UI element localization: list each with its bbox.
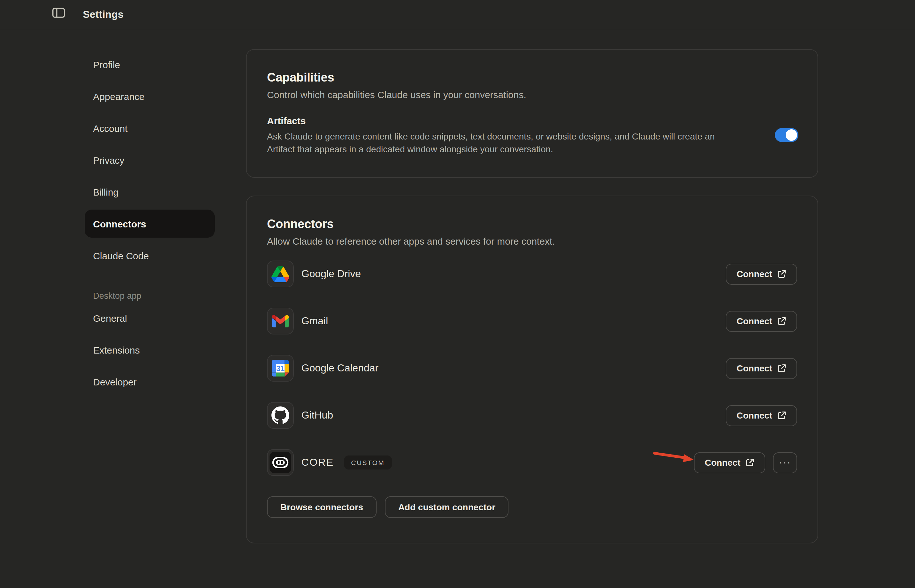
github-icon: [267, 402, 294, 429]
sidebar-item-general[interactable]: General: [85, 304, 215, 332]
sidebar-toggle-button[interactable]: [52, 8, 66, 19]
google-calendar-icon: 31: [267, 355, 294, 381]
custom-badge: CUSTOM: [344, 456, 391, 470]
sidebar-item-extensions[interactable]: Extensions: [85, 336, 215, 364]
more-options-button[interactable]: ···: [773, 452, 797, 473]
external-link-icon: [778, 364, 786, 373]
artifacts-toggle[interactable]: [775, 128, 799, 142]
connector-list: Google DriveConnect GmailConnect 31Googl…: [267, 260, 797, 476]
connector-row-gmail: GmailConnect: [267, 308, 797, 334]
connector-row-github: GitHubConnect: [267, 402, 797, 429]
connect-button-label: Connect: [737, 316, 772, 326]
sidebar-item-privacy[interactable]: Privacy: [85, 146, 215, 174]
connector-name: Gmail: [301, 315, 328, 327]
capabilities-title: Capabilities: [267, 71, 797, 85]
svg-text:31: 31: [276, 364, 285, 373]
annotation-arrow: [653, 451, 695, 464]
connectors-subtitle: Allow Claude to reference other apps and…: [267, 236, 797, 247]
artifacts-setting: Artifacts Ask Claude to generate content…: [267, 115, 797, 155]
connector-row-google-calendar: 31Google CalendarConnect: [267, 355, 797, 381]
connector-name: GitHub: [301, 410, 333, 421]
external-link-icon: [778, 411, 786, 420]
external-link-icon: [745, 458, 755, 467]
core-logo-box: [270, 452, 291, 473]
connector-row-google-drive: Google DriveConnect: [267, 260, 797, 287]
gmail-icon: [267, 308, 294, 334]
connector-row-core: CORECUSTOM Connect ···: [267, 449, 797, 476]
core-icon: [267, 449, 294, 476]
ellipsis-icon: ···: [779, 457, 791, 468]
top-bar: Settings: [0, 0, 915, 29]
sidebar-item-appearance[interactable]: Appearance: [85, 82, 215, 110]
sidebar-section-desktop-app: Desktop app: [85, 287, 215, 304]
connect-button-label: Connect: [737, 269, 772, 279]
settings-sidebar: ProfileAppearanceAccountPrivacyBillingCo…: [85, 50, 215, 399]
add-custom-connector-button[interactable]: Add custom connector: [385, 496, 509, 518]
connect-button-gmail[interactable]: Connect: [726, 310, 797, 331]
artifacts-description: Ask Claude to generate content like code…: [267, 130, 744, 155]
toggle-knob: [786, 129, 797, 141]
connector-footer-buttons: Browse connectorsAdd custom connector: [267, 496, 797, 518]
sidebar-item-claude-code[interactable]: Claude Code: [85, 241, 215, 270]
external-link-icon: [778, 270, 786, 278]
connector-name: Google Calendar: [301, 362, 378, 374]
sidebar-item-profile[interactable]: Profile: [85, 50, 215, 78]
connectors-card: Connectors Allow Claude to reference oth…: [246, 195, 818, 543]
artifacts-label: Artifacts: [267, 115, 753, 126]
sidebar-item-developer[interactable]: Developer: [85, 368, 215, 396]
connect-button-google-calendar[interactable]: Connect: [726, 358, 797, 379]
connectors-title: Connectors: [267, 217, 797, 231]
sidebar-item-connectors[interactable]: Connectors: [85, 210, 215, 237]
sidebar-item-account[interactable]: Account: [85, 114, 215, 142]
external-link-icon: [778, 317, 786, 326]
connector-name: Google Drive: [301, 268, 361, 279]
google-drive-icon: [267, 260, 294, 287]
settings-page: Settings ProfileAppearanceAccountPrivacy…: [0, 0, 915, 588]
connect-button-label: Connect: [737, 410, 772, 420]
panel-left-icon: [52, 7, 65, 19]
connect-button-core[interactable]: Connect: [694, 452, 765, 473]
connect-button-label: Connect: [737, 363, 772, 373]
sidebar-item-billing[interactable]: Billing: [85, 178, 215, 206]
connect-button-github[interactable]: Connect: [726, 405, 797, 426]
capabilities-card: Capabilities Control which capabilities …: [246, 49, 818, 178]
capabilities-subtitle: Control which capabilities Claude uses i…: [267, 89, 797, 100]
connect-button-label: Connect: [705, 457, 740, 468]
browse-connectors-button[interactable]: Browse connectors: [267, 496, 377, 518]
connect-button-google-drive[interactable]: Connect: [726, 263, 797, 284]
page-title: Settings: [83, 0, 124, 29]
connector-name: CORE: [301, 457, 334, 468]
